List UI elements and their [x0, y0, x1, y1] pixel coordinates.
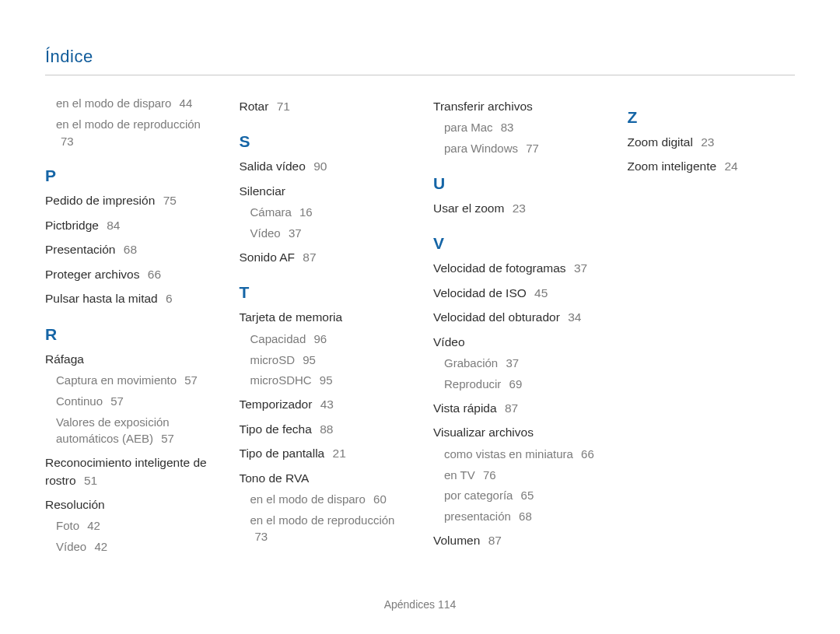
- index-entry[interactable]: Vista rápida 87: [433, 400, 601, 417]
- index-entry[interactable]: Tipo de fecha 88: [240, 421, 408, 438]
- index-entry[interactable]: Ráfaga: [45, 351, 213, 368]
- index-entry-page: 71: [277, 100, 290, 113]
- index-entry[interactable]: Volumen 87: [433, 532, 601, 549]
- index-entry[interactable]: Presentación 68: [45, 241, 213, 258]
- index-subentry[interactable]: Cámara 16: [250, 204, 408, 221]
- index-subentry-page: 44: [180, 96, 193, 110]
- index-entry[interactable]: Vídeo: [433, 334, 601, 351]
- index-entry[interactable]: Salida vídeo 90: [240, 158, 408, 175]
- index-subentry[interactable]: presentación 68: [444, 508, 601, 525]
- index-subentry-page: 96: [313, 332, 327, 345]
- index-entry[interactable]: Transferir archivos: [433, 98, 601, 115]
- index-subentry[interactable]: en el modo de reproducción 73: [250, 512, 408, 546]
- index-subentry[interactable]: en TV 76: [444, 467, 601, 484]
- index-subentry[interactable]: Grabación 37: [444, 355, 601, 372]
- section-letter: R: [45, 325, 213, 344]
- index-entry-label: Velocidad del obturador: [433, 310, 560, 324]
- index-entry[interactable]: Visualizar archivos: [433, 424, 601, 441]
- index-entry-page: 68: [124, 243, 137, 256]
- index-entry[interactable]: Pictbridge 84: [45, 217, 213, 234]
- index-entry[interactable]: Proteger archivos 66: [45, 266, 213, 283]
- index-subentry[interactable]: Vídeo 37: [250, 225, 408, 242]
- index-subentry[interactable]: Reproducir 69: [444, 376, 601, 393]
- section-letter: S: [240, 132, 408, 151]
- index-entry[interactable]: Reconocimiento inteligente de rostro 51: [45, 454, 213, 489]
- index-subentry-page: 95: [320, 373, 333, 387]
- index-entry[interactable]: Tono de RVA: [240, 470, 408, 487]
- index-entry-label: Transferir archivos: [433, 100, 533, 113]
- index-subentry[interactable]: microSDHC 95: [250, 372, 408, 389]
- index-entry[interactable]: Zoom digital 23: [628, 134, 796, 151]
- index-entry-page: 88: [320, 422, 333, 436]
- index-subentry-page: 65: [521, 489, 534, 502]
- index-entry-page: 87: [303, 250, 316, 264]
- index-subentry[interactable]: para Mac 83: [444, 119, 601, 136]
- index-entry[interactable]: Velocidad del obturador 34: [433, 309, 601, 326]
- index-subentry[interactable]: por categoría 65: [444, 487, 601, 504]
- index-entry-page: 66: [148, 268, 161, 281]
- index-subentry-page: 16: [299, 205, 313, 219]
- index-subentry-page: 42: [94, 540, 107, 553]
- index-subentry[interactable]: como vistas en miniatura 66: [444, 446, 601, 463]
- index-entry[interactable]: Usar el zoom 23: [433, 200, 601, 217]
- index-entry-label: Velocidad de fotogramas: [433, 261, 566, 275]
- index-subentry-label: Grabación: [444, 356, 498, 370]
- index-entry[interactable]: Zoom inteligente 24: [628, 158, 796, 175]
- index-entry[interactable]: Velocidad de fotogramas 37: [433, 260, 601, 277]
- index-subentry-label: Foto: [56, 519, 79, 532]
- index-entry[interactable]: Temporizador 43: [240, 396, 408, 413]
- index-entry[interactable]: Pedido de impresión 75: [45, 192, 213, 209]
- index-subentry[interactable]: en el modo de disparo 44: [56, 95, 213, 112]
- index-subentry[interactable]: Valores de exposición automáticos (AEB) …: [56, 414, 213, 448]
- section-letter: U: [433, 174, 601, 193]
- index-entry-page: 23: [513, 201, 526, 215]
- index-entry-label: Visualizar archivos: [433, 426, 534, 439]
- index-subentry-page: 95: [303, 353, 316, 366]
- index-entry-label: Salida vídeo: [240, 159, 306, 173]
- index-page: Índice en el modo de disparo 44en el mod…: [0, 0, 840, 634]
- index-subentry-page: 57: [184, 373, 198, 387]
- index-subentry[interactable]: para Windows 77: [444, 140, 601, 157]
- index-entry[interactable]: Sonido AF 87: [240, 249, 408, 266]
- index-subentry[interactable]: Foto 42: [56, 517, 213, 534]
- index-subentry-page: 69: [509, 377, 523, 391]
- footer-label: Apéndices: [384, 598, 435, 611]
- index-entry[interactable]: Tipo de pantalla 21: [240, 445, 408, 462]
- index-subentry-label: Capacidad: [250, 332, 306, 345]
- index-subentry[interactable]: Vídeo 42: [56, 538, 213, 555]
- index-entry-label: Proteger archivos: [45, 268, 139, 281]
- index-entry-label: Temporizador: [240, 398, 313, 411]
- index-entry-label: Presentación: [45, 243, 115, 256]
- index-subentry-label: microSDHC: [250, 373, 312, 387]
- index-entry-label: Rotar: [240, 100, 269, 113]
- index-subentry-page: 73: [255, 530, 268, 543]
- index-entry-label: Tipo de pantalla: [240, 447, 325, 460]
- index-subentry[interactable]: en el modo de disparo 60: [250, 491, 408, 508]
- index-entry-label: Ráfaga: [45, 352, 84, 366]
- index-subentry-label: para Windows: [444, 142, 518, 155]
- section-letter: Z: [628, 108, 796, 127]
- index-entry-label: Volumen: [433, 534, 480, 547]
- index-subentry-label: Captura en movimiento: [56, 373, 177, 387]
- index-entry-label: Pedido de impresión: [45, 194, 155, 207]
- index-subentry[interactable]: en el modo de reproducción 73: [56, 116, 213, 150]
- index-entry-page: 87: [505, 401, 518, 415]
- index-column-4: ZZoom digital 23Zoom inteligente 24: [628, 91, 796, 555]
- index-entry-label: Pictbridge: [45, 219, 99, 232]
- index-entry[interactable]: Resolución: [45, 496, 213, 513]
- index-subentry-page: 37: [506, 356, 519, 370]
- index-entry[interactable]: Rotar 71: [240, 98, 408, 115]
- index-entry-page: 34: [568, 310, 581, 324]
- index-entry-page: 45: [534, 286, 548, 299]
- index-subentry[interactable]: Captura en movimiento 57: [56, 372, 213, 389]
- index-subentry[interactable]: Continuo 57: [56, 393, 213, 410]
- index-entry[interactable]: Silenciar: [240, 183, 408, 200]
- index-entry[interactable]: Velocidad de ISO 45: [433, 285, 601, 302]
- index-entry-page: 90: [313, 159, 327, 173]
- index-entry[interactable]: Tarjeta de memoria: [240, 309, 408, 326]
- index-subentry-label: microSD: [250, 353, 296, 366]
- index-entry-page: 75: [163, 194, 177, 207]
- index-subentry[interactable]: Capacidad 96: [250, 331, 408, 348]
- index-subentry[interactable]: microSD 95: [250, 352, 408, 369]
- index-entry[interactable]: Pulsar hasta la mitad 6: [45, 290, 213, 307]
